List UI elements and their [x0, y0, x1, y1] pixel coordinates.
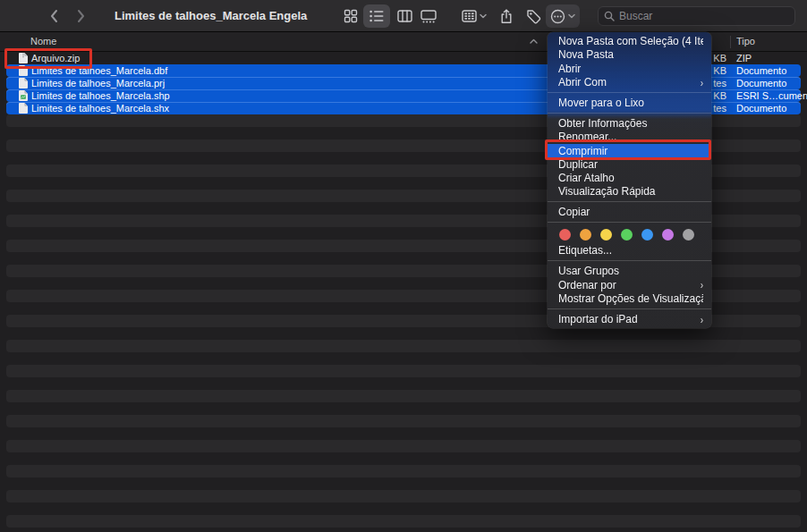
- red-tag[interactable]: [559, 229, 571, 241]
- back-chevron-icon: [49, 9, 59, 23]
- menu-item-ordenar-por[interactable]: Ordenar por›: [548, 278, 711, 291]
- column-view-button[interactable]: [392, 4, 417, 28]
- empty-row: [0, 377, 807, 390]
- back-button[interactable]: [43, 5, 64, 27]
- empty-row: [0, 452, 807, 465]
- row-stripe: [6, 502, 801, 515]
- zip-file-icon: [19, 53, 28, 63]
- empty-row: [0, 528, 807, 532]
- yellow-tag[interactable]: [600, 229, 612, 241]
- file-name: Limites de talhoes_Marcela.shx: [31, 102, 169, 114]
- menu-separator: [548, 308, 711, 309]
- menu-item-importar-do-ipad[interactable]: Importar do iPad›: [548, 312, 711, 325]
- column-header-nome[interactable]: Nome: [30, 36, 56, 46]
- share-button[interactable]: [494, 4, 519, 28]
- gray-tag[interactable]: [683, 229, 694, 241]
- sort-ascending-icon: [530, 38, 538, 44]
- menu-separator: [548, 222, 711, 223]
- column-divider[interactable]: [730, 36, 731, 48]
- purple-tag[interactable]: [662, 229, 674, 241]
- menu-item-mover-para-o-lixo[interactable]: Mover para o Lixo: [548, 96, 711, 109]
- menu-item-mostrar-op-es-de-visualiza-o[interactable]: Mostrar Opções de Visualização: [548, 291, 711, 305]
- menu-item-label: Etiquetas...: [558, 244, 703, 257]
- row-stripe: [6, 377, 801, 390]
- file-name: Limites de talhoes_Marcela.prj: [31, 77, 165, 89]
- more-actions-button[interactable]: [546, 4, 580, 28]
- empty-row: [0, 402, 807, 415]
- empty-row: [0, 390, 807, 402]
- empty-row: [0, 340, 807, 352]
- menu-tag-colors: [548, 226, 711, 244]
- chevron-down-icon: [480, 13, 487, 19]
- menu-item-criar-atalho[interactable]: Criar Atalho: [548, 172, 711, 185]
- share-icon: [500, 9, 513, 24]
- group-icon: [462, 10, 477, 22]
- list-view-icon: [370, 10, 384, 22]
- empty-row: [0, 415, 807, 427]
- file-name: Limites de talhoes_Marcela.dbf: [31, 64, 167, 77]
- menu-item-usar-grupos[interactable]: Usar Grupos: [548, 265, 711, 278]
- menu-item-label: Criar Atalho: [558, 172, 703, 184]
- menu-item-abrir-com[interactable]: Abrir Com›: [548, 75, 711, 89]
- orange-tag[interactable]: [580, 229, 591, 241]
- menu-item-obter-informa-es[interactable]: Obter Informações: [548, 116, 711, 130]
- grid-view-button[interactable]: [338, 4, 363, 28]
- row-stripe: [6, 340, 801, 352]
- menu-item-label: Duplicar: [558, 158, 703, 171]
- menu-item-label: Nova Pasta: [558, 48, 703, 61]
- doc-file-icon: [19, 78, 28, 89]
- menu-separator: [548, 92, 711, 93]
- file-type: Documento: [736, 64, 786, 77]
- gallery-view-button[interactable]: [415, 4, 442, 28]
- empty-row: [0, 477, 807, 490]
- empty-row: [0, 502, 807, 515]
- tag-button[interactable]: [521, 4, 546, 28]
- file-type: Documento: [736, 102, 786, 114]
- menu-separator: [548, 201, 711, 202]
- search-input[interactable]: [619, 10, 789, 22]
- menu-item-duplicar[interactable]: Duplicar: [548, 157, 711, 171]
- menu-item-renomear[interactable]: Renomear...: [548, 131, 711, 144]
- menu-item-etiquetas[interactable]: Etiquetas...: [548, 244, 711, 258]
- submenu-chevron-icon: ›: [701, 76, 703, 89]
- group-by-button[interactable]: [456, 4, 492, 28]
- menu-item-label: Visualização Rápida: [558, 185, 703, 198]
- file-name: Arquivo.zip: [31, 52, 80, 64]
- menu-item-label: Usar Grupos: [558, 265, 703, 277]
- row-stripe: [6, 415, 801, 427]
- row-stripe: [6, 352, 801, 365]
- empty-row: [0, 352, 807, 365]
- menu-item-abrir[interactable]: Abrir: [548, 62, 711, 75]
- blue-tag[interactable]: [641, 229, 653, 241]
- tag-icon: [526, 9, 541, 24]
- menu-item-nova-pasta[interactable]: Nova Pasta: [548, 48, 711, 62]
- menu-item-label: Copiar: [558, 206, 703, 218]
- menu-item-label: Comprimir: [558, 145, 703, 157]
- menu-item-label: Nova Pasta com Seleção (4 Itens): [558, 35, 703, 47]
- empty-row: [0, 365, 807, 377]
- menu-item-nova-pasta-com-sele-o-4-itens[interactable]: Nova Pasta com Seleção (4 Itens): [548, 35, 711, 48]
- file-size-fragment: tes: [713, 77, 726, 89]
- context-menu: Nova Pasta com Seleção (4 Itens)Nova Pas…: [548, 32, 711, 328]
- empty-row: [0, 327, 807, 340]
- doc-file-icon: [19, 103, 28, 114]
- menu-item-label: Abrir: [558, 63, 703, 75]
- submenu-chevron-icon: ›: [701, 279, 703, 291]
- list-view-button[interactable]: [363, 4, 390, 28]
- menu-item-copiar[interactable]: Copiar: [548, 206, 711, 219]
- row-stripe: [6, 465, 801, 477]
- file-type: ESRI S…cument: [736, 89, 807, 102]
- forward-chevron-icon: [76, 9, 86, 23]
- forward-button[interactable]: [70, 5, 91, 27]
- menu-item-visualiza-o-r-pida[interactable]: Visualização Rápida: [548, 185, 711, 198]
- chevron-down-icon: [568, 13, 575, 19]
- grid-view-icon: [344, 9, 358, 23]
- menu-item-comprimir[interactable]: Comprimir: [548, 144, 711, 157]
- row-stripe: [6, 477, 801, 490]
- green-tag[interactable]: [621, 229, 633, 241]
- file-type: ZIP: [736, 52, 752, 64]
- column-header-tipo[interactable]: Tipo: [736, 36, 755, 46]
- empty-row: [0, 465, 807, 477]
- search-field[interactable]: [598, 6, 795, 26]
- submenu-chevron-icon: ›: [701, 313, 703, 325]
